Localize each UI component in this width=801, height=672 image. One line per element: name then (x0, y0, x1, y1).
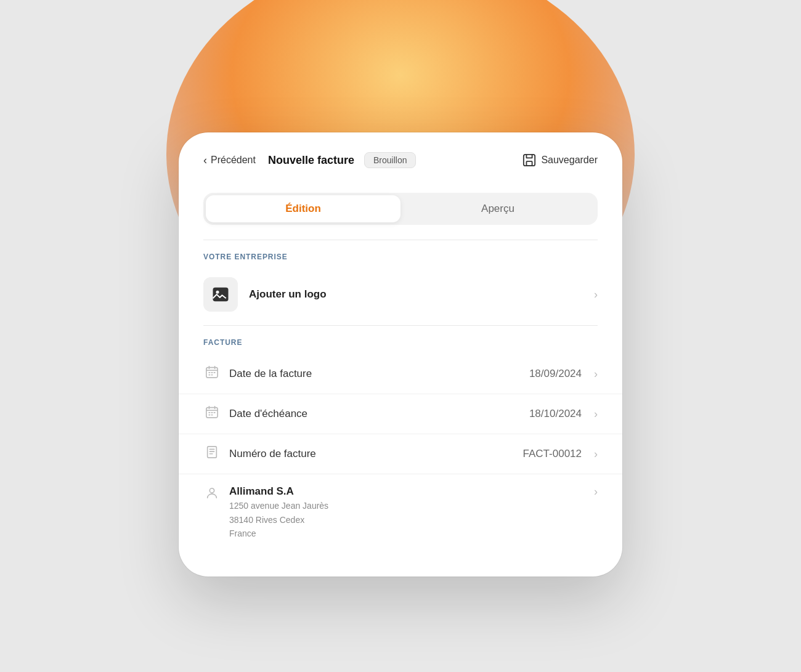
numero-facture-row[interactable]: Numéro de facture FACT-00012 › (179, 434, 622, 474)
calendar-icon-2 (203, 405, 221, 423)
svg-rect-15 (209, 415, 211, 416)
add-logo-label: Ajouter un logo (249, 288, 583, 301)
svg-rect-3 (213, 288, 229, 302)
svg-rect-6 (209, 372, 211, 373)
numero-facture-value: FACT-00012 (523, 448, 582, 460)
tabs-container: Édition Aperçu (203, 193, 598, 225)
date-echeance-value: 18/10/2024 (529, 408, 582, 420)
company-name: Allimand S.A (229, 485, 585, 498)
svg-rect-8 (214, 372, 216, 373)
svg-rect-2 (527, 161, 532, 166)
save-label: Sauvegarder (541, 155, 598, 166)
date-facture-row[interactable]: Date de la facture 18/09/2024 › (179, 354, 622, 394)
status-badge: Brouillon (364, 152, 416, 168)
company-address: 1250 avenue Jean Jaurès 38140 Rives Cede… (229, 499, 585, 540)
tab-edition[interactable]: Édition (206, 195, 400, 222)
svg-rect-16 (211, 415, 213, 416)
chevron-right-icon: › (594, 485, 598, 498)
svg-rect-14 (214, 412, 216, 413)
svg-rect-17 (208, 447, 217, 458)
chevron-right-icon: › (594, 288, 598, 301)
person-icon (203, 487, 221, 504)
back-button[interactable]: ‹ Précédent (203, 154, 256, 167)
save-button[interactable]: Sauvegarder (522, 153, 598, 167)
document-icon (203, 445, 221, 463)
header: ‹ Précédent Nouvelle facture Brouillon S… (179, 132, 622, 180)
date-facture-label: Date de la facture (229, 368, 521, 380)
chevron-right-icon: › (594, 408, 598, 421)
section-entreprise-label: VOTRE ENTREPRISE (179, 240, 622, 269)
page-title: Nouvelle facture (268, 154, 354, 167)
section-facture-label: FACTURE (179, 326, 622, 354)
svg-rect-13 (211, 412, 213, 413)
svg-rect-10 (211, 374, 213, 376)
svg-point-4 (216, 291, 219, 294)
back-label: Précédent (211, 155, 256, 166)
chevron-right-icon: › (594, 368, 598, 381)
svg-rect-7 (211, 372, 213, 373)
phone-card: ‹ Précédent Nouvelle facture Brouillon S… (179, 132, 622, 576)
svg-point-18 (209, 488, 214, 493)
svg-rect-1 (524, 155, 535, 166)
company-row[interactable]: Allimand S.A 1250 avenue Jean Jaurès 381… (179, 474, 622, 551)
add-logo-row[interactable]: Ajouter un logo › (179, 269, 622, 320)
numero-facture-label: Numéro de facture (229, 448, 514, 460)
logo-icon-box (203, 277, 238, 312)
company-info: Allimand S.A 1250 avenue Jean Jaurès 381… (229, 485, 585, 540)
image-icon (211, 285, 230, 304)
tab-apercu[interactable]: Aperçu (400, 195, 595, 222)
chevron-right-icon: › (594, 448, 598, 461)
date-facture-value: 18/09/2024 (529, 368, 582, 380)
svg-rect-12 (209, 412, 211, 413)
svg-rect-9 (209, 374, 211, 376)
floppy-disk-icon (522, 153, 536, 167)
back-chevron-icon: ‹ (203, 154, 207, 167)
date-echeance-label: Date d'échéance (229, 408, 521, 420)
calendar-icon (203, 365, 221, 383)
date-echeance-row[interactable]: Date d'échéance 18/10/2024 › (179, 394, 622, 434)
